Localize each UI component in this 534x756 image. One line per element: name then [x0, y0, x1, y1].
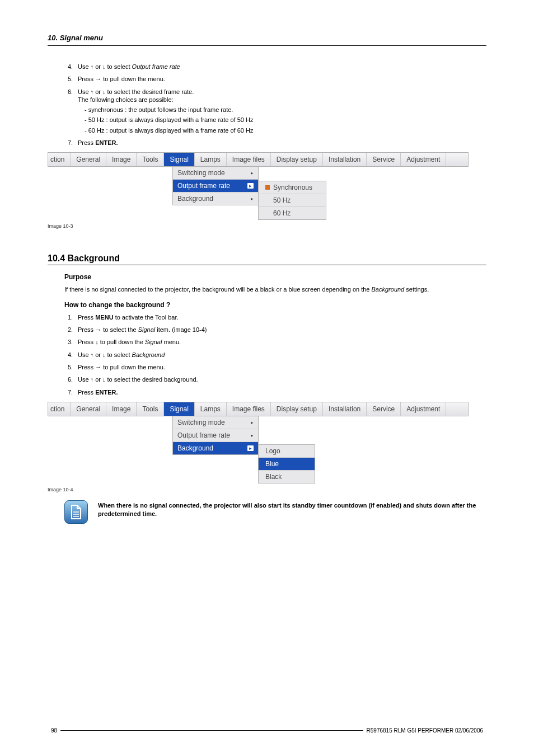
howto-heading: How to change the background ?	[64, 301, 486, 309]
step-b2: 2.Press → to select the Signal item. (im…	[68, 326, 486, 334]
tab-installation[interactable]: Installation	[323, 153, 367, 166]
step-b5: 5.Press → to pull down the menu.	[68, 363, 486, 371]
purpose-paragraph: If there is no signal connected to the p…	[64, 285, 486, 294]
chevron-right-icon: ▸	[251, 196, 254, 201]
note-text: When there is no signal connected, the p…	[98, 500, 486, 519]
step-6: 6.Use ↑ or ↓ to select the desired frame…	[68, 88, 486, 134]
header-rule	[48, 45, 486, 46]
steps-block-1: 4.Use ↑ or ↓ to select Output frame rate…	[64, 63, 486, 147]
caption-10-4: Image 10-4	[48, 487, 486, 492]
step-b4: 4.Use ↑ or ↓ to select Background	[68, 351, 486, 359]
tab-general-2[interactable]: General	[71, 402, 106, 416]
submenu-black[interactable]: Black	[259, 471, 315, 483]
tab-image[interactable]: Image	[106, 153, 137, 166]
submenu-60hz[interactable]: 60 Hz	[259, 207, 326, 219]
doc-id: R5976815 RLM G5I PERFORMER 02/06/2006	[363, 727, 486, 734]
tab-image-files-2[interactable]: Image files	[227, 402, 271, 416]
step-b3: 3.Press ↓ to pull down the Signal menu.	[68, 338, 486, 346]
dropdown-output-frame-rate[interactable]: Output frame rate▸	[173, 180, 258, 192]
dropdown-output-frame-rate-2[interactable]: Output frame rate▸	[173, 429, 258, 442]
tab-lamps-2[interactable]: Lamps	[195, 402, 227, 416]
submenu-50hz[interactable]: 50 Hz	[259, 194, 326, 207]
tab-image-files[interactable]: Image files	[227, 153, 271, 166]
note-box: When there is no signal connected, the p…	[64, 500, 486, 524]
tab-ction[interactable]: ction	[48, 153, 71, 166]
tab-ction-2[interactable]: ction	[48, 402, 71, 416]
tab-service[interactable]: Service	[367, 153, 401, 166]
figure-10-4: ction General Image Tools Signal Lamps I…	[48, 402, 486, 483]
tab-general[interactable]: General	[71, 153, 106, 166]
submenu-output-frame-rate: Synchronous 50 Hz 60 Hz	[258, 181, 326, 220]
submenu-synchronous[interactable]: Synchronous	[259, 181, 326, 194]
section-rule	[48, 265, 486, 265]
chevron-right-icon: ▸	[251, 420, 254, 425]
tab-adjustment[interactable]: Adjustment	[401, 153, 446, 166]
tab-display-setup[interactable]: Display setup	[271, 153, 323, 166]
tab-image-2[interactable]: Image	[106, 402, 137, 416]
dropdown-switching-mode-2[interactable]: Switching mode▸	[173, 416, 258, 429]
submenu-background: Logo Blue Black	[258, 444, 315, 483]
chevron-right-icon: ▸	[247, 445, 254, 451]
step-b6: 6.Use ↑ or ↓ to select the desired backg…	[68, 375, 486, 383]
tab-installation-2[interactable]: Installation	[323, 402, 367, 416]
chevron-right-icon: ▸	[247, 183, 254, 189]
chevron-right-icon: ▸	[251, 433, 254, 438]
step-5: 5.Press → to pull down the menu.	[68, 75, 486, 83]
step-4: 4.Use ↑ or ↓ to select Output frame rate	[68, 63, 486, 71]
page-number: 98	[48, 727, 60, 734]
dropdown-background[interactable]: Background▸	[173, 192, 258, 205]
tab-lamps[interactable]: Lamps	[195, 153, 227, 166]
tab-tools[interactable]: Tools	[137, 153, 164, 166]
step-b7: 7.Press ENTER.	[68, 388, 486, 396]
tab-signal[interactable]: Signal	[164, 153, 194, 166]
page-footer: 98 R5976815 RLM G5I PERFORMER 02/06/2006	[48, 730, 486, 734]
submenu-logo[interactable]: Logo	[259, 445, 315, 458]
document-icon	[69, 504, 83, 520]
step-6-sub-b: 50 Hz : output is always displayed with …	[85, 116, 486, 124]
chapter-header: 10. Signal menu	[48, 34, 486, 42]
section-10-4-heading: 10.4 Background	[48, 253, 486, 264]
figure-10-3: ction General Image Tools Signal Lamps I…	[48, 152, 486, 220]
selected-marker-icon	[265, 185, 270, 190]
step-6-sub-a: synchronous : the output follows the inp…	[85, 106, 486, 114]
submenu-blue[interactable]: Blue	[259, 458, 315, 471]
dropdown-signal-2: Switching mode▸ Output frame rate▸ Backg…	[172, 416, 259, 455]
tab-service-2[interactable]: Service	[367, 402, 401, 416]
dropdown-signal-1: Switching mode▸ Output frame rate▸ Backg…	[172, 167, 259, 205]
tab-display-setup-2[interactable]: Display setup	[271, 402, 323, 416]
tab-tools-2[interactable]: Tools	[137, 402, 164, 416]
step-6-sub-c: 60 Hz : output is always displayed with …	[85, 126, 486, 134]
note-icon	[64, 500, 88, 524]
menu-bar-1: ction General Image Tools Signal Lamps I…	[48, 152, 469, 167]
tab-adjustment-2[interactable]: Adjustment	[401, 402, 446, 416]
chevron-right-icon: ▸	[251, 170, 254, 176]
menu-bar-2: ction General Image Tools Signal Lamps I…	[48, 402, 469, 416]
purpose-heading: Purpose	[64, 273, 486, 281]
tab-signal-2[interactable]: Signal	[164, 402, 194, 416]
step-b1: 1.Press MENU to activate the Tool bar.	[68, 313, 486, 321]
caption-10-3: Image 10-3	[48, 223, 486, 229]
dropdown-switching-mode[interactable]: Switching mode▸	[173, 167, 258, 180]
step-7: 7.Press ENTER.	[68, 139, 486, 147]
dropdown-background-2[interactable]: Background▸	[173, 442, 258, 454]
